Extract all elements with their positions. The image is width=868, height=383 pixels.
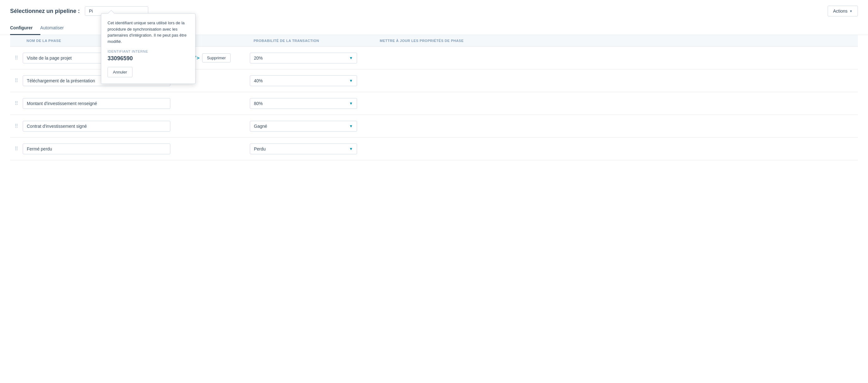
drag-handle-5[interactable]: ⠿	[10, 146, 23, 152]
probability-value-1: 20%	[254, 56, 263, 61]
delete-button-1[interactable]: Supprimer	[202, 53, 230, 62]
row-actions-1: </> Supprimer	[187, 53, 250, 62]
tooltip-id-value: 33096590	[107, 55, 189, 62]
tooltip-cancel-button[interactable]: Annuler	[107, 67, 132, 77]
probability-dropdown-icon-2: ▼	[349, 79, 353, 83]
phase-name-input-5[interactable]	[23, 144, 170, 154]
phase-name-cell-5	[23, 144, 187, 154]
probability-cell-2: 40% ▼	[250, 76, 376, 86]
phase-name-input-4[interactable]	[23, 121, 170, 131]
page-wrapper: Sélectionnez un pipeline : Actions ▼ Con…	[0, 0, 868, 383]
drag-handle-3[interactable]: ⠿	[10, 100, 23, 106]
probability-select-4[interactable]: Gagné ▼	[250, 121, 357, 131]
phase-name-cell-3	[23, 98, 187, 109]
probability-dropdown-icon-1: ▼	[349, 56, 353, 60]
col-header-probability: PROBABILITÉ DE LA TRANSACTION	[250, 39, 376, 42]
drag-icon-5: ⠿	[14, 146, 18, 152]
probability-select-5[interactable]: Perdu ▼	[250, 144, 357, 154]
probability-value-2: 40%	[254, 78, 263, 83]
tooltip-popover: Cet identifiant unique sera utilisé lors…	[101, 13, 195, 84]
actions-label: Actions	[833, 8, 847, 13]
actions-chevron-icon: ▼	[849, 9, 852, 13]
drag-handle-1[interactable]: ⠿	[10, 55, 23, 61]
probability-value-5: Perdu	[254, 146, 266, 151]
pipeline-label: Sélectionnez un pipeline :	[10, 8, 80, 14]
tooltip-text: Cet identifiant unique sera utilisé lors…	[107, 20, 189, 45]
probability-cell-5: Perdu ▼	[250, 144, 376, 154]
tab-automatiser[interactable]: Automatiser	[40, 22, 71, 35]
actions-button[interactable]: Actions ▼	[828, 6, 858, 17]
col-header-drag	[10, 39, 23, 42]
tab-configurer[interactable]: Configurer	[10, 22, 40, 35]
tooltip-id-label: Identifiant interne	[107, 50, 189, 53]
probability-value-4: Gagné	[254, 124, 267, 129]
col-header-update-props: METTRE À JOUR LES PROPRIÉTÉS DE PHASE	[376, 39, 858, 42]
probability-value-3: 80%	[254, 101, 263, 106]
phase-name-cell-4	[23, 121, 187, 131]
probability-dropdown-icon-5: ▼	[349, 147, 353, 151]
probability-cell-4: Gagné ▼	[250, 121, 376, 131]
probability-select-2[interactable]: 40% ▼	[250, 76, 357, 86]
probability-cell-1: 20% ▼	[250, 53, 376, 63]
probability-select-3[interactable]: 80% ▼	[250, 98, 357, 109]
probability-cell-3: 80% ▼	[250, 98, 376, 109]
drag-handle-2[interactable]: ⠿	[10, 78, 23, 84]
probability-dropdown-icon-3: ▼	[349, 101, 353, 106]
probability-dropdown-icon-4: ▼	[349, 124, 353, 128]
drag-icon-1: ⠿	[14, 55, 18, 61]
drag-icon-3: ⠿	[14, 100, 18, 106]
probability-select-1[interactable]: 20% ▼	[250, 53, 357, 63]
drag-icon-4: ⠿	[14, 123, 18, 129]
phase-name-input-3[interactable]	[23, 98, 170, 109]
drag-icon-2: ⠿	[14, 78, 18, 84]
col-header-actions	[187, 39, 250, 42]
table-row: ⠿ Perdu ▼	[10, 138, 858, 160]
table-row: ⠿ 80% ▼	[10, 92, 858, 115]
table-row: ⠿ Gagné ▼	[10, 115, 858, 138]
drag-handle-4[interactable]: ⠿	[10, 123, 23, 129]
